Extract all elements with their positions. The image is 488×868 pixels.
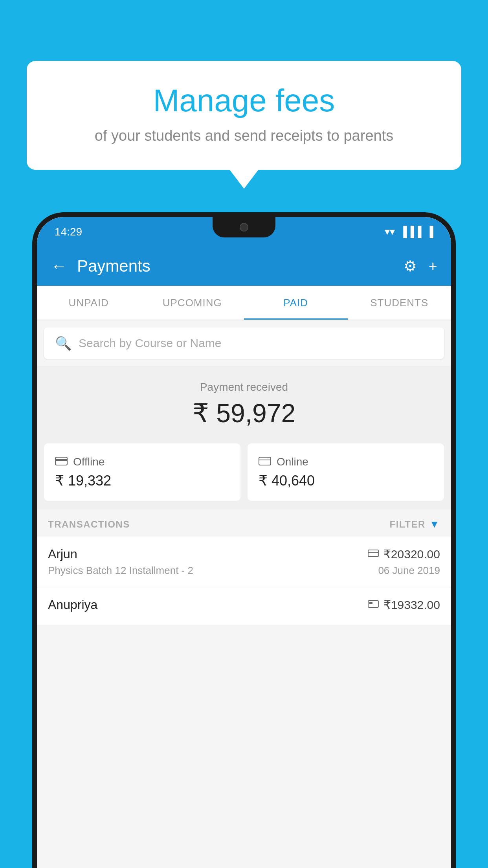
transaction-amount-2: ₹19332.00 bbox=[383, 598, 440, 612]
status-time: 14:29 bbox=[55, 226, 82, 238]
battery-icon: ▐ bbox=[426, 226, 433, 238]
transaction-desc-1: Physics Batch 12 Installment - 2 bbox=[48, 565, 193, 577]
app-title: Payments bbox=[77, 257, 394, 276]
transactions-label: TRANSACTIONS bbox=[48, 519, 130, 530]
status-icons: ▾▾ ▐▐▐ ▐ bbox=[385, 226, 433, 238]
transaction-name-1: Arjun bbox=[48, 547, 77, 561]
back-button[interactable]: ← bbox=[51, 257, 67, 276]
camera bbox=[240, 223, 248, 232]
online-card: Online ₹ 40,640 bbox=[248, 443, 444, 501]
search-icon: 🔍 bbox=[55, 335, 72, 351]
transactions-header: TRANSACTIONS FILTER ▼ bbox=[37, 509, 451, 537]
offline-icon bbox=[55, 455, 68, 469]
tab-paid[interactable]: PAID bbox=[244, 286, 348, 320]
svg-rect-4 bbox=[368, 550, 378, 557]
payment-summary: Payment received ₹ 59,972 bbox=[37, 366, 451, 443]
transaction-amount-1: ₹20320.00 bbox=[383, 547, 440, 561]
add-icon[interactable]: + bbox=[429, 258, 437, 275]
transaction-bottom-1: Physics Batch 12 Installment - 2 06 June… bbox=[48, 565, 440, 577]
phone-frame: 14:29 ▾▾ ▐▐▐ ▐ ← Payments ⚙ + UNPAID bbox=[32, 212, 456, 868]
wifi-icon: ▾▾ bbox=[385, 226, 395, 238]
tabs-bar: UNPAID UPCOMING PAID STUDENTS bbox=[37, 286, 451, 320]
search-bar[interactable]: 🔍 Search by Course or Name bbox=[44, 327, 444, 359]
offline-card: Offline ₹ 19,332 bbox=[44, 443, 240, 501]
tab-upcoming[interactable]: UPCOMING bbox=[141, 286, 244, 320]
phone-screen: 14:29 ▾▾ ▐▐▐ ▐ ← Payments ⚙ + UNPAID bbox=[37, 217, 451, 868]
app-bar: ← Payments ⚙ + bbox=[37, 246, 451, 286]
notch bbox=[213, 217, 275, 237]
offline-card-header: Offline bbox=[55, 455, 229, 469]
online-icon bbox=[259, 455, 271, 469]
transaction-top-1: Arjun ₹20320.00 bbox=[48, 547, 440, 561]
transaction-row-2[interactable]: Anupriya ₹19332.00 bbox=[37, 587, 451, 626]
transaction-top-2: Anupriya ₹19332.00 bbox=[48, 598, 440, 612]
speech-bubble: Manage fees of your students and send re… bbox=[27, 61, 461, 170]
cards-row: Offline ₹ 19,332 Online ₹ 40,640 bbox=[37, 443, 451, 509]
filter-icon: ▼ bbox=[429, 518, 440, 530]
transaction-date-1: 06 June 2019 bbox=[378, 565, 440, 577]
app-bar-actions: ⚙ + bbox=[404, 257, 437, 275]
transaction-row[interactable]: Arjun ₹20320.00 Physics Batch 12 Install… bbox=[37, 537, 451, 587]
transaction-amount-icon-2 bbox=[368, 599, 379, 611]
online-label: Online bbox=[277, 456, 308, 468]
svg-rect-1 bbox=[55, 459, 67, 461]
search-placeholder: Search by Course or Name bbox=[79, 337, 222, 350]
filter-label: FILTER bbox=[390, 519, 426, 530]
svg-rect-2 bbox=[259, 457, 271, 465]
bubble-title: Manage fees bbox=[50, 83, 438, 119]
tab-students[interactable]: STUDENTS bbox=[348, 286, 451, 320]
online-amount: ₹ 40,640 bbox=[259, 473, 433, 489]
filter-button[interactable]: FILTER ▼ bbox=[390, 518, 440, 530]
bubble-subtitle: of your students and send receipts to pa… bbox=[50, 127, 438, 144]
status-bar: 14:29 ▾▾ ▐▐▐ ▐ bbox=[37, 217, 451, 246]
offline-amount: ₹ 19,332 bbox=[55, 473, 229, 489]
signal-icon: ▐▐▐ bbox=[400, 226, 421, 238]
transaction-amount-row-1: ₹20320.00 bbox=[368, 547, 440, 561]
online-card-header: Online bbox=[259, 455, 433, 469]
tab-unpaid[interactable]: UNPAID bbox=[37, 286, 141, 320]
offline-label: Offline bbox=[73, 456, 105, 468]
svg-rect-7 bbox=[369, 602, 372, 604]
payment-amount: ₹ 59,972 bbox=[49, 398, 439, 428]
transaction-amount-icon-1 bbox=[368, 548, 379, 560]
transaction-name-2: Anupriya bbox=[48, 598, 97, 612]
settings-icon[interactable]: ⚙ bbox=[404, 257, 417, 275]
payment-received-label: Payment received bbox=[49, 381, 439, 394]
transaction-amount-row-2: ₹19332.00 bbox=[368, 598, 440, 612]
